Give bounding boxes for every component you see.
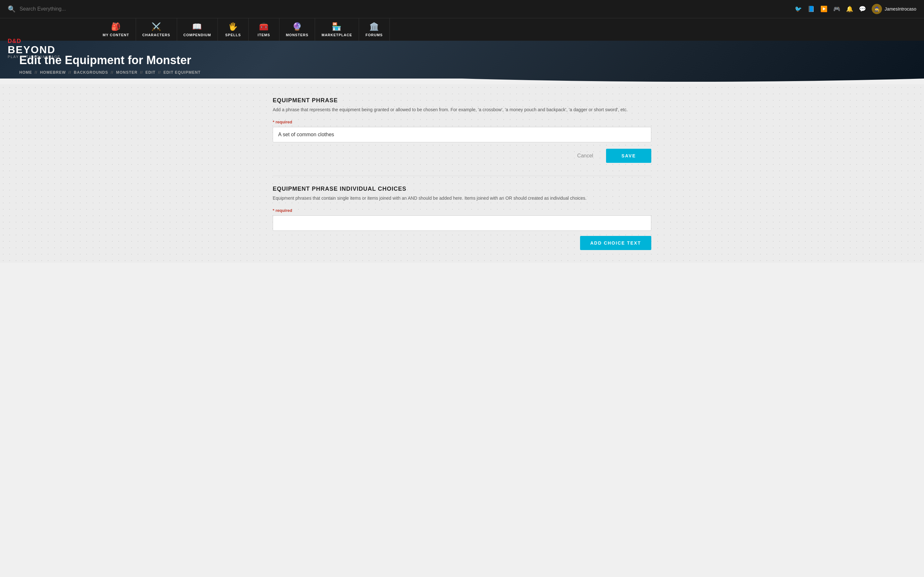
main-content: EQUIPMENT PHRASE Add a phrase that repre…	[254, 84, 670, 263]
nav-label-monsters: MONSTERS	[286, 33, 309, 37]
twitch-icon[interactable]: 🎮	[833, 5, 840, 13]
equipment-phrase-description: Add a phrase that represents the equipme…	[273, 106, 651, 113]
breadcrumb-homebrew[interactable]: HOMEBREW	[40, 70, 66, 75]
equipment-choices-input[interactable]	[273, 215, 651, 231]
nav-item-my-content[interactable]: 🎒 MY CONTENT	[96, 18, 136, 41]
section-divider	[273, 176, 651, 176]
breadcrumb-sep-2: //	[68, 70, 71, 75]
breadcrumb-backgrounds[interactable]: BACKGROUNDS	[74, 70, 108, 75]
breadcrumb-edit[interactable]: EDIT	[145, 70, 155, 75]
spells-icon: 🖐️	[228, 22, 238, 31]
page-title: Edit the Equipment for Monster	[19, 53, 905, 67]
breadcrumb-sep-5: //	[158, 70, 161, 75]
equipment-choices-section: EQUIPMENT PHRASE INDIVIDUAL CHOICES Equi…	[273, 185, 651, 250]
twitter-icon[interactable]: 🐦	[795, 5, 802, 13]
items-icon: 🧰	[259, 22, 269, 31]
equipment-choices-required: required	[273, 208, 651, 213]
equipment-phrase-required: required	[273, 119, 651, 124]
breadcrumb-sep-3: //	[111, 70, 113, 75]
breadcrumb-edit-equipment[interactable]: EDIT EQUIPMENT	[163, 70, 200, 75]
youtube-icon[interactable]: ▶️	[821, 5, 827, 13]
monsters-icon: 🔮	[292, 22, 302, 31]
nav-label-characters: CHARACTERS	[142, 33, 170, 37]
equipment-phrase-title: EQUIPMENT PHRASE	[273, 97, 651, 104]
brand-tagline: PLAY WITH ADVANTAGE	[8, 55, 61, 59]
brand-beyond: BEYOND	[8, 45, 61, 55]
breadcrumb: HOME // HOMEBREW // BACKGROUNDS // MONST…	[19, 70, 905, 75]
nav-label-items: ITEMS	[258, 33, 270, 37]
brand-dnd: D&D	[8, 38, 61, 45]
search-icon[interactable]: 🔍	[8, 5, 16, 13]
user-menu[interactable]: 🧙 JamesIntrocaso	[872, 4, 916, 14]
nav-label-spells: SPELLS	[225, 33, 241, 37]
breadcrumb-home[interactable]: HOME	[19, 70, 32, 75]
nav-label-compendium: COMPENDIUM	[184, 33, 211, 37]
equipment-choices-description: Equipment phrases that contain single it…	[273, 195, 651, 201]
nav-item-monsters[interactable]: 🔮 MONSTERS	[279, 18, 315, 41]
search-input[interactable]	[19, 6, 791, 12]
equipment-phrase-input[interactable]	[273, 127, 651, 142]
compendium-icon: 📖	[192, 22, 202, 31]
nav-item-compendium[interactable]: 📖 COMPENDIUM	[177, 18, 218, 41]
breadcrumb-sep-1: //	[35, 70, 37, 75]
breadcrumb-sep-4: //	[140, 70, 143, 75]
avatar: 🧙	[872, 4, 882, 14]
main-nav: 🎒 MY CONTENT ⚔️ CHARACTERS 📖 COMPENDIUM …	[0, 18, 924, 41]
chat-icon[interactable]: 💬	[859, 5, 866, 13]
save-button[interactable]: SAVE	[606, 149, 651, 163]
username-label: JamesIntrocaso	[885, 6, 916, 11]
equipment-phrase-section: EQUIPMENT PHRASE Add a phrase that repre…	[273, 97, 651, 163]
nav-item-forums[interactable]: 🏛️ FORUMS	[359, 18, 390, 41]
facebook-icon[interactable]: 📘	[808, 5, 814, 13]
nav-item-spells[interactable]: 🖐️ SPELLS	[218, 18, 249, 41]
characters-icon: ⚔️	[152, 22, 162, 31]
brand[interactable]: D&D BEYOND PLAY WITH ADVANTAGE	[8, 38, 61, 59]
equipment-choices-title: EQUIPMENT PHRASE INDIVIDUAL CHOICES	[273, 185, 651, 192]
cancel-button[interactable]: Cancel	[571, 149, 599, 163]
nav-label-forums: FORUMS	[365, 33, 383, 37]
top-bar: 🔍 🐦 📘 ▶️ 🎮 🔔 💬 🧙 JamesIntrocaso	[0, 0, 924, 18]
my-content-icon: 🎒	[111, 22, 121, 31]
equipment-phrase-actions: Cancel SAVE	[273, 149, 651, 163]
nav-label-my-content: MY CONTENT	[103, 33, 129, 37]
bell-icon[interactable]: 🔔	[846, 5, 853, 13]
nav-item-marketplace[interactable]: 🏪 MARKETPLACE	[315, 18, 359, 41]
nav-label-marketplace: MARKETPLACE	[321, 33, 352, 37]
nav-item-characters[interactable]: ⚔️ CHARACTERS	[136, 18, 177, 41]
forums-icon: 🏛️	[369, 22, 379, 31]
top-bar-right: 🐦 📘 ▶️ 🎮 🔔 💬 🧙 JamesIntrocaso	[795, 4, 916, 14]
add-choice-text-button[interactable]: ADD CHOICE TEXT	[580, 236, 651, 250]
breadcrumb-monster[interactable]: MONSTER	[116, 70, 137, 75]
marketplace-icon: 🏪	[332, 22, 342, 31]
hero-banner: Edit the Equipment for Monster HOME // H…	[0, 41, 924, 84]
nav-item-items[interactable]: 🧰 ITEMS	[249, 18, 279, 41]
